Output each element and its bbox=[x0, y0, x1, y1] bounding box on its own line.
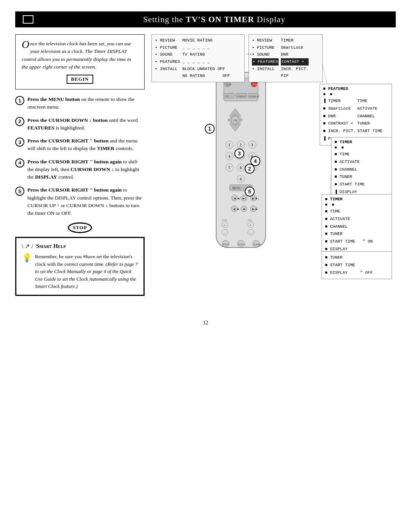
svg-text:►|: ►| bbox=[242, 197, 246, 200]
step-text-2: Press the CURSOR DOWN ↓ button until the… bbox=[27, 117, 145, 132]
svg-text:|◄◄: |◄◄ bbox=[233, 197, 240, 200]
svg-text:CABLE: CABLE bbox=[237, 95, 245, 98]
panel-1-features: ■ FEATURES ■ ■ ▐ TIMER ■ SmartLock ■ DNR… bbox=[320, 84, 392, 145]
stop-badge: STOP bbox=[15, 222, 145, 233]
title-bar: Setting the TV's On Timer Display bbox=[15, 11, 396, 27]
svg-text:VCR/LD: VCR/LD bbox=[249, 95, 259, 98]
panel-4-display-off: ■ TUNER ■ START TIME ■ DISPLAY " OFF bbox=[322, 251, 392, 279]
smart-help-heading: Smart Help bbox=[36, 243, 66, 249]
step-text-3: Press the CURSOR RIGHT " button and the … bbox=[27, 137, 145, 153]
step-3: 3 Press the CURSOR RIGHT " button and th… bbox=[15, 137, 145, 153]
svg-text:MENU: MENU bbox=[232, 187, 241, 190]
page-number: 12 bbox=[15, 320, 396, 326]
svg-text:8: 8 bbox=[240, 166, 242, 170]
begin-badge: BEGIN bbox=[22, 75, 138, 84]
svg-text:SLEEP: SLEEP bbox=[253, 243, 261, 246]
step-num-5: 5 bbox=[15, 187, 24, 196]
smart-help-content: 💡 Remember, be sure you ≡have set the te… bbox=[22, 253, 138, 290]
steps-list: 1 Press the MENU button on the remote to… bbox=[15, 96, 145, 217]
page: Setting the TV's On Timer Display O nce … bbox=[0, 0, 411, 532]
step-overlay-3: 3 bbox=[234, 149, 244, 158]
left-column: O nce the television clock has been set,… bbox=[15, 34, 145, 296]
svg-text:1: 1 bbox=[228, 143, 230, 147]
svg-text:OK: OK bbox=[233, 119, 238, 122]
step-num-2: 2 bbox=[15, 117, 24, 126]
panel-2-timer: ■ TIMER ■ ■ ■ TIME ■ ACTIVATE ■ CHANNEL … bbox=[331, 137, 392, 199]
svg-text:►►|: ►►| bbox=[252, 197, 259, 200]
step-overlay-5: 5 bbox=[245, 187, 255, 197]
svg-text:►►: ►► bbox=[252, 207, 258, 211]
menu-box-2: ▪ REVIEW ▪ PICTURE ▪ SOUND ▪ FEATURES ▪ … bbox=[249, 34, 323, 82]
main-content: O nce the television clock has been set,… bbox=[15, 34, 396, 308]
step-text-4: Press the CURSOR RIGHT " button again to… bbox=[27, 158, 145, 181]
smart-help-text: Remember, be sure you ≡have set the tele… bbox=[35, 253, 138, 290]
smart-help-box: \ ↗ / Smart Help 💡 Remember, be sure you… bbox=[15, 237, 145, 296]
smart-help-title: \ ↗ / Smart Help bbox=[22, 243, 138, 250]
step-text-5: Press the CURSOR RIGHT " button again to… bbox=[27, 186, 145, 217]
step-1: 1 Press the MENU button on the remote to… bbox=[15, 96, 145, 111]
svg-text:3: 3 bbox=[251, 143, 253, 147]
svg-text:◄◄: ◄◄ bbox=[233, 207, 239, 211]
step-4: 4 Press the CURSOR RIGHT " button again … bbox=[15, 158, 145, 181]
svg-text:CH: CH bbox=[248, 219, 252, 222]
arrow-icon: \ ↗ / bbox=[22, 243, 33, 250]
right-column: ▪ REVIEW ▪ PICTURE ▪ SOUND ▪ FEATURES ▪ … bbox=[151, 34, 396, 308]
panel-3-timer-on: ■ TIMER ■ ■ ■ TIME ■ ACTIVATE ■ CHANNEL … bbox=[322, 194, 392, 256]
svg-text:LOC: LOC bbox=[226, 83, 232, 86]
intro-box: O nce the television clock has been set,… bbox=[15, 34, 145, 89]
diagram-container: ▪ REVIEW ▪ PICTURE ▪ SOUND ▪ FEATURES ▪ … bbox=[151, 34, 396, 308]
svg-text:–: – bbox=[223, 231, 226, 235]
svg-text:0: 0 bbox=[240, 177, 242, 181]
svg-text:VOL: VOL bbox=[222, 219, 227, 222]
step-num-3: 3 bbox=[15, 137, 24, 147]
begin-label: BEGIN bbox=[67, 75, 94, 84]
stop-label: STOP bbox=[68, 222, 92, 233]
remote-control: LOC PWR TV CABLE VCR/LD bbox=[205, 69, 277, 257]
svg-text:VCR/A: VCR/A bbox=[237, 243, 245, 246]
step-text-1: Press the MENU button on the remote to s… bbox=[27, 96, 145, 111]
tv-icon bbox=[23, 15, 33, 24]
svg-text:7: 7 bbox=[228, 166, 230, 170]
svg-text:TV: TV bbox=[226, 95, 229, 98]
svg-text:PWR: PWR bbox=[253, 83, 259, 86]
menu-arrow: → bbox=[245, 50, 253, 58]
svg-text:+: + bbox=[224, 223, 226, 227]
remote-svg: LOC PWR TV CABLE VCR/LD bbox=[205, 69, 277, 255]
step-2: 2 Press the CURSOR DOWN ↓ button until t… bbox=[15, 117, 145, 132]
page-title: Setting the TV's On Timer Display bbox=[40, 14, 388, 24]
step-overlay-4: 4 bbox=[250, 156, 260, 166]
menu-box-1: ▪ REVIEW ▪ PICTURE ▪ SOUND ▪ FEATURES ▪ … bbox=[151, 34, 245, 82]
svg-text:EXIT: EXIT bbox=[223, 243, 229, 246]
svg-text:–: – bbox=[249, 231, 252, 235]
svg-text:+: + bbox=[250, 223, 252, 227]
step-num-1: 1 bbox=[15, 96, 24, 105]
svg-text:4: 4 bbox=[228, 154, 230, 158]
step-num-4: 4 bbox=[15, 158, 24, 168]
step-5: 5 Press the CURSOR RIGHT " button again … bbox=[15, 186, 145, 217]
bulb-icon: 💡 bbox=[22, 253, 32, 263]
svg-text:►: ► bbox=[243, 207, 246, 211]
big-o: O bbox=[22, 39, 29, 50]
step-overlay-1: 1 bbox=[205, 124, 215, 134]
svg-text:2: 2 bbox=[240, 143, 242, 147]
intro-text: O nce the television clock has been set,… bbox=[22, 40, 138, 71]
